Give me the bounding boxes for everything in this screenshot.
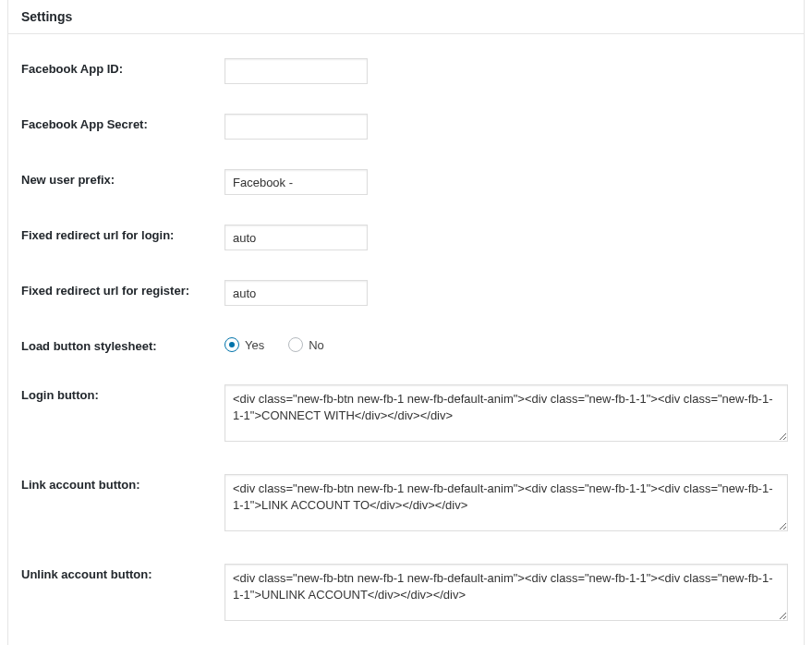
row-link-button: Link account button: bbox=[8, 459, 804, 549]
label-redirect-register: Fixed redirect url for register: bbox=[21, 280, 224, 299]
panel-title: Settings bbox=[8, 0, 804, 34]
field-link-button bbox=[224, 474, 791, 534]
row-load-stylesheet: Load button stylesheet: Yes No bbox=[8, 321, 804, 370]
textarea-login-button[interactable] bbox=[224, 384, 788, 442]
input-redirect-register[interactable] bbox=[224, 280, 368, 306]
field-app-id bbox=[224, 58, 791, 84]
label-user-prefix: New user prefix: bbox=[21, 169, 224, 189]
field-login-button bbox=[224, 384, 791, 444]
field-redirect-login bbox=[224, 225, 791, 250]
row-unlink-button: Unlink account button: bbox=[8, 549, 804, 639]
textarea-link-button[interactable] bbox=[224, 474, 788, 531]
field-load-stylesheet: Yes No bbox=[224, 335, 791, 352]
label-app-secret: Facebook App Secret: bbox=[21, 114, 224, 133]
row-app-secret: Facebook App Secret: bbox=[8, 99, 804, 154]
field-redirect-register bbox=[224, 280, 791, 306]
label-redirect-login: Fixed redirect url for login: bbox=[21, 225, 224, 244]
input-redirect-login[interactable] bbox=[224, 225, 368, 250]
row-redirect-register: Fixed redirect url for register: bbox=[8, 265, 804, 321]
input-user-prefix[interactable] bbox=[224, 169, 368, 195]
row-redirect-login: Fixed redirect url for login: bbox=[8, 210, 804, 265]
row-app-id: Facebook App ID: bbox=[8, 43, 804, 99]
radio-label-no: No bbox=[309, 338, 324, 352]
radio-group-stylesheet: Yes No bbox=[224, 335, 791, 352]
radio-circle-no bbox=[288, 337, 303, 352]
label-load-stylesheet: Load button stylesheet: bbox=[21, 335, 224, 355]
textarea-unlink-button[interactable] bbox=[224, 564, 788, 621]
radio-option-no[interactable]: No bbox=[288, 337, 324, 352]
form-body: Facebook App ID: Facebook App Secret: Ne… bbox=[8, 34, 804, 645]
radio-circle-yes bbox=[224, 337, 239, 352]
row-login-button: Login button: bbox=[8, 370, 804, 459]
row-user-prefix: New user prefix: bbox=[8, 154, 804, 210]
label-unlink-button: Unlink account button: bbox=[21, 564, 224, 583]
field-app-secret bbox=[224, 114, 791, 140]
radio-label-yes: Yes bbox=[245, 338, 264, 352]
label-app-id: Facebook App ID: bbox=[21, 58, 224, 78]
label-login-button: Login button: bbox=[21, 384, 224, 404]
radio-option-yes[interactable]: Yes bbox=[224, 337, 264, 352]
field-user-prefix bbox=[224, 169, 791, 195]
label-link-button: Link account button: bbox=[21, 474, 224, 493]
settings-panel: Settings Facebook App ID: Facebook App S… bbox=[7, 0, 805, 645]
input-app-secret[interactable] bbox=[224, 114, 368, 140]
input-app-id[interactable] bbox=[224, 58, 368, 84]
field-unlink-button bbox=[224, 564, 791, 624]
